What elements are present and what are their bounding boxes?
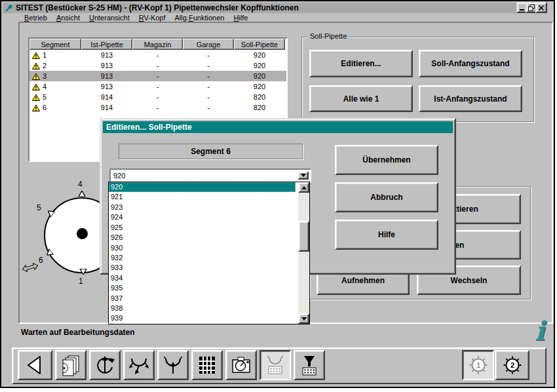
combobox-dropdown-button[interactable]	[298, 171, 309, 180]
grid-view-button[interactable]	[191, 350, 223, 380]
rotate-head-button[interactable]	[89, 350, 121, 380]
combobox-value: 920	[113, 172, 125, 180]
cell: -	[183, 83, 234, 90]
hilfe-button[interactable]: Hilfe	[335, 220, 438, 250]
list-item[interactable]: 926	[109, 233, 296, 243]
list-item[interactable]: 924	[109, 212, 296, 222]
app-icon	[5, 4, 13, 12]
list-item[interactable]: 938	[109, 304, 296, 313]
camera-button[interactable]	[225, 350, 257, 380]
title-bar: SITEST (Bestücker S-25 HM) - (RV-Kopf 1)…	[3, 3, 541, 13]
svg-text:1: 1	[476, 361, 480, 369]
uebernehmen-button[interactable]: Übernehmen	[335, 145, 438, 175]
list-item[interactable]: 933	[109, 263, 296, 273]
list-item[interactable]: 934	[109, 273, 296, 283]
cell: -	[132, 51, 183, 59]
cell: 820	[234, 104, 285, 111]
wheel-label-4: 4	[78, 180, 83, 189]
svg-text:2: 2	[510, 361, 514, 369]
pipette-combobox[interactable]: 920	[109, 168, 311, 182]
chevron-down-icon	[301, 317, 307, 323]
list-item-selected[interactable]: 920	[109, 182, 296, 192]
scrollbar-thumb[interactable]	[298, 221, 309, 252]
table-row[interactable]: 4 913 - - 920	[29, 81, 286, 92]
ist-anfangszustand-button[interactable]: Ist-Anfangszustand	[419, 85, 522, 112]
wheel-label-5: 5	[37, 203, 41, 212]
col-magazin[interactable]: Magazin	[132, 39, 183, 50]
cell: 913	[81, 51, 132, 59]
pages-button[interactable]	[55, 350, 86, 380]
cell: -	[183, 93, 234, 101]
chevron-up-icon	[301, 184, 307, 189]
camera-icon	[229, 354, 253, 376]
status-text: Warten auf Bearbeitungsdaten	[21, 328, 135, 337]
col-soll-pipette[interactable]: Soll-Pipette	[234, 39, 285, 50]
cell: 920	[234, 51, 285, 59]
table-row-selected[interactable]: 3 913 - - 920	[29, 71, 286, 81]
cell: 913	[81, 72, 132, 80]
close-button[interactable]	[535, 2, 547, 13]
info-icon: i	[535, 317, 545, 345]
station-1-button[interactable]: 1	[462, 350, 494, 380]
segment-marker-4	[78, 191, 86, 197]
cell: -	[183, 51, 234, 59]
col-segment[interactable]: Segment	[29, 39, 81, 50]
list-scrollbar[interactable]	[298, 182, 309, 324]
list-item[interactable]: 937	[109, 294, 296, 304]
list-item[interactable]: 935	[109, 283, 296, 293]
app-window: SITEST (Bestücker S-25 HM) - (RV-Kopf 1)…	[0, 0, 555, 388]
pipette-dropdown-list: 920 921 923 924 925 926 930 932 933 934 …	[108, 182, 310, 324]
cell: -	[183, 104, 234, 111]
cell: -	[132, 62, 183, 69]
scatter-pipettes-button[interactable]	[123, 350, 155, 380]
cell: -	[132, 104, 183, 111]
cell: 914	[81, 104, 132, 111]
list-item[interactable]: 932	[109, 253, 296, 263]
editieren-button[interactable]: Editieren...	[309, 50, 413, 77]
alle-wie-1-button[interactable]: Alle wie 1	[309, 85, 413, 112]
list-item[interactable]: 930	[109, 243, 296, 253]
cell: 913	[81, 83, 132, 90]
col-ist-pipette[interactable]: Ist-Pipette	[81, 39, 132, 50]
gather-pipettes-button[interactable]	[157, 350, 189, 380]
toolbar: 1 2	[12, 347, 547, 384]
table-row[interactable]: 1 913 - - 920	[29, 50, 286, 60]
back-button[interactable]	[18, 350, 52, 380]
cell: -	[132, 93, 183, 101]
grid-icon	[195, 354, 219, 376]
cell: 920	[234, 83, 285, 90]
scroll-up-button[interactable]	[298, 182, 309, 193]
scroll-down-button[interactable]	[298, 313, 309, 324]
col-garage[interactable]: Garage	[183, 39, 234, 50]
segment-cell: 1	[29, 51, 81, 59]
chevron-down-icon	[301, 174, 306, 180]
station-2-button[interactable]: 2	[495, 350, 529, 380]
cell: -	[183, 62, 234, 69]
warning-icon	[32, 83, 40, 90]
warning-icon	[32, 73, 40, 80]
cell: 920	[234, 72, 285, 80]
window-title: SITEST (Bestücker S-25 HM) - (RV-Kopf 1)…	[16, 3, 299, 12]
wheel-label-1: 1	[79, 277, 83, 286]
cell: -	[132, 83, 183, 90]
station-1-gear-icon: 1	[467, 354, 490, 376]
table-row[interactable]: 2 913 - - 920	[29, 60, 286, 71]
funnel-magazine-button[interactable]	[294, 350, 325, 380]
segment-cell: 2	[29, 62, 81, 69]
table-row[interactable]: 5 914 - - 820	[29, 92, 286, 102]
rotary-head-center-dot	[77, 228, 88, 239]
wheel-label-6: 6	[39, 256, 43, 265]
soll-anfangszustand-button[interactable]: Soll-Anfangszustand	[419, 50, 522, 77]
group-label: Soll-Pipette	[307, 32, 349, 40]
scatter-icon	[127, 354, 151, 376]
abbruch-button[interactable]: Abbruch	[335, 182, 438, 212]
dialog-title-bar[interactable]: Editieren... Soll-Pipette	[103, 121, 453, 133]
pipette-change-view-button[interactable]	[259, 350, 291, 380]
cell: 820	[234, 93, 285, 101]
list-item[interactable]: 921	[109, 192, 296, 202]
list-item[interactable]: 923	[109, 203, 296, 212]
list-item[interactable]: 939	[109, 313, 296, 323]
cell: -	[132, 72, 183, 80]
table-row[interactable]: 6 914 - - 820	[29, 102, 286, 113]
list-item[interactable]: 925	[109, 223, 296, 233]
